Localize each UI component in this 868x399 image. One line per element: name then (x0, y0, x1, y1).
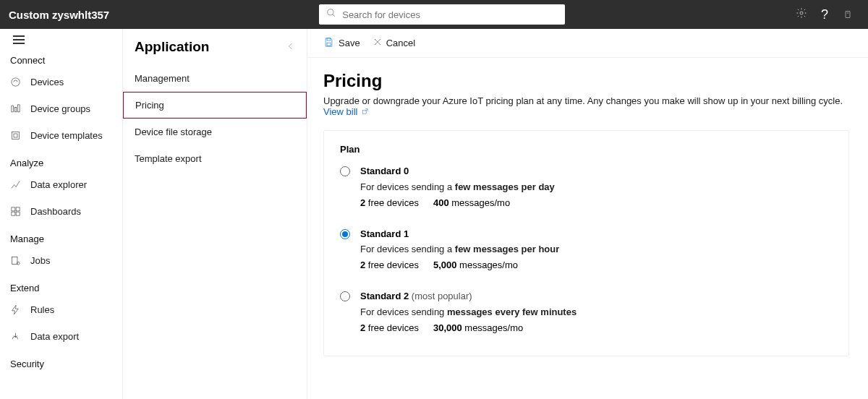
nav-label: Device templates (30, 130, 103, 141)
save-icon (323, 37, 334, 50)
nav-data-export[interactable]: Data export (0, 323, 122, 350)
plan-msg-label: messages/mo (456, 259, 518, 270)
nav-devices[interactable]: Devices (0, 69, 122, 95)
plan-desc-pre: For devices sending a (360, 244, 455, 254)
radio-standard-0[interactable] (340, 166, 350, 176)
plan-free-label: free devices (365, 259, 419, 270)
plan-desc-bold: few messages per hour (455, 244, 560, 254)
svg-point-5 (12, 78, 20, 86)
collapse-button[interactable] (286, 40, 295, 53)
rules-icon (10, 304, 30, 315)
plans-card: Plan Standard 0 For devices sending a fe… (323, 130, 849, 356)
svg-rect-6 (12, 106, 14, 112)
svg-rect-18 (327, 43, 331, 46)
svg-point-0 (328, 9, 333, 15)
plan-tag: (most popular) (409, 291, 472, 301)
plan-free-label: free devices (365, 197, 419, 208)
nav-label: Jobs (30, 255, 50, 266)
save-label: Save (339, 38, 360, 48)
nav-section-security: Security (0, 350, 122, 372)
subnav-label: Management (135, 73, 190, 84)
plan-option-standard-1[interactable]: Standard 1 For devices sending a few mes… (340, 228, 833, 273)
radio-standard-1[interactable] (340, 229, 350, 239)
save-button[interactable]: Save (323, 37, 360, 50)
nav-label: Data export (30, 331, 79, 342)
nav-label: Rules (30, 304, 54, 315)
svg-rect-15 (12, 257, 18, 265)
subnav-label: Template export (135, 153, 202, 164)
feedback-button[interactable] (836, 3, 859, 26)
view-bill-link[interactable]: View bill (323, 106, 369, 117)
cancel-button[interactable]: Cancel (373, 38, 415, 48)
page-title: Pricing (323, 71, 849, 91)
plan-desc-bold: messages every few minutes (447, 306, 576, 317)
plan-name: Standard 0 (360, 166, 409, 176)
plan-msg-count: 5,000 (433, 259, 457, 270)
nav-device-templates[interactable]: Device templates (0, 122, 122, 149)
template-icon (10, 130, 30, 141)
close-icon (373, 38, 382, 48)
nav-toggle[interactable] (0, 29, 122, 46)
subnav-management[interactable]: Management (123, 65, 307, 92)
plan-msg-count: 400 (433, 197, 449, 208)
jobs-icon (10, 255, 30, 266)
subnav-device-file-storage[interactable]: Device file storage (123, 119, 307, 145)
device-icon (10, 77, 30, 87)
nav-data-explorer[interactable]: Data explorer (0, 171, 122, 198)
subnav-label: Pricing (135, 100, 164, 111)
svg-rect-3 (846, 12, 850, 18)
nav-label: Device groups (30, 103, 90, 114)
plan-name: Standard 2 (360, 291, 409, 301)
search-icon (326, 8, 336, 21)
svg-rect-10 (14, 134, 17, 137)
svg-rect-12 (16, 207, 20, 211)
primary-nav: Connect Devices Device groups Device tem… (0, 29, 123, 399)
chevron-left-icon (286, 40, 295, 53)
svg-rect-13 (12, 212, 15, 215)
nav-device-groups[interactable]: Device groups (0, 95, 122, 122)
plan-free-label: free devices (365, 322, 419, 333)
page-description: Upgrade or downgrade your Azure IoT pric… (323, 95, 849, 117)
svg-rect-14 (16, 212, 20, 215)
help-button[interactable]: ? (813, 3, 836, 26)
plan-msg-label: messages/mo (449, 197, 511, 208)
svg-rect-8 (18, 105, 20, 112)
subnav-label: Device file storage (135, 126, 212, 137)
subnav-pricing[interactable]: Pricing (123, 92, 307, 119)
radio-standard-2[interactable] (340, 291, 350, 301)
view-bill-label: View bill (323, 106, 357, 117)
nav-dashboards[interactable]: Dashboards (0, 198, 122, 225)
svg-line-1 (333, 14, 335, 17)
nav-section-analyze: Analyze (0, 149, 122, 171)
dashboard-icon (10, 206, 30, 217)
secondary-nav-title: Application (135, 39, 209, 55)
search-box[interactable] (319, 4, 565, 25)
nav-jobs[interactable]: Jobs (0, 247, 122, 274)
topbar: Custom zyswhlt357 ? (0, 0, 868, 29)
nav-label: Data explorer (30, 179, 87, 190)
svg-rect-17 (327, 38, 331, 40)
plan-option-standard-2[interactable]: Standard 2 (most popular) For devices se… (340, 290, 833, 335)
nav-section-connect: Connect (0, 46, 122, 69)
nav-section-manage: Manage (0, 225, 122, 247)
svg-point-2 (800, 12, 803, 14)
settings-button[interactable] (790, 3, 813, 26)
search-input[interactable] (342, 9, 558, 20)
plan-option-standard-0[interactable]: Standard 0 For devices sending a few mes… (340, 165, 833, 210)
nav-section-extend: Extend (0, 274, 122, 296)
plan-msg-count: 30,000 (433, 322, 462, 333)
nav-rules[interactable]: Rules (0, 296, 122, 323)
plan-msg-label: messages/mo (462, 322, 524, 333)
cancel-label: Cancel (386, 38, 415, 48)
question-icon: ? (821, 7, 828, 22)
gear-icon (796, 7, 807, 22)
nav-label: Devices (30, 77, 64, 87)
plan-name: Standard 1 (360, 228, 409, 239)
groups-icon (10, 103, 30, 114)
svg-rect-7 (14, 108, 17, 112)
page-desc-text: Upgrade or downgrade your Azure IoT pric… (323, 95, 843, 106)
explorer-icon (10, 179, 30, 190)
subnav-template-export[interactable]: Template export (123, 145, 307, 172)
svg-rect-11 (12, 207, 15, 211)
main-pane: Save Cancel Pricing Upgrade or downgrade… (307, 29, 868, 399)
